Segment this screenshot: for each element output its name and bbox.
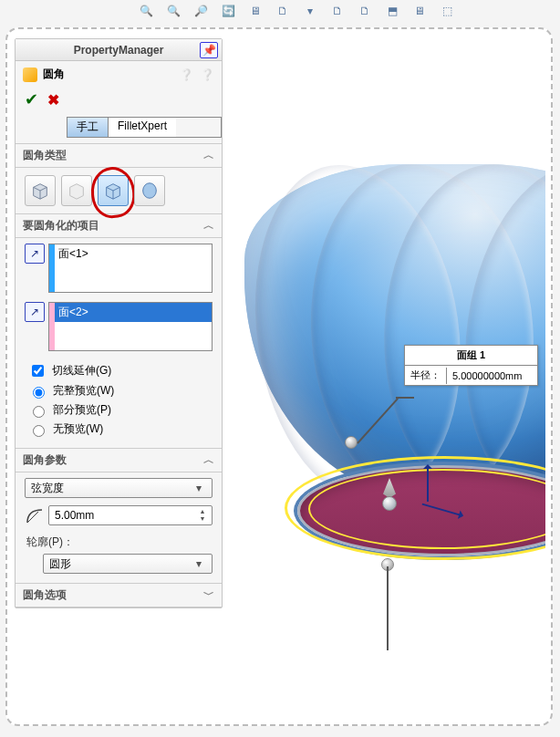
callout-title: 面组 1 [405,346,537,366]
pm-title: PropertyManager [16,44,222,57]
section-items[interactable]: 要圆角化的项目 ︿ [16,213,222,238]
profile-label: 轮廓(P)： [26,535,211,550]
radio-input[interactable] [33,387,45,399]
radio-label: 部分预览(P) [53,402,111,418]
callout-leader [396,397,414,399]
fillet-icon [23,67,37,82]
callout-radius-value[interactable]: 5.00000000mm [446,368,537,384]
drag-handle-icon[interactable] [382,496,397,511]
tab-manual[interactable]: 手工 [67,118,109,137]
expand-icon[interactable]: ﹀ [203,587,214,603]
fillet-type-face[interactable] [98,175,129,206]
tool-icon[interactable]: 🔍 [164,2,182,20]
section-label: 圆角选项 [23,587,67,603]
tool-icon[interactable]: ⬒ [383,2,401,20]
collapse-icon[interactable]: ︿ [203,218,214,234]
tool-icon[interactable]: 🔎 [192,2,210,20]
section-label: 圆角类型 [23,148,67,163]
spinner[interactable]: ▲▼ [195,508,210,523]
callout-radius-label: 半径： [405,366,446,385]
tool-icon[interactable]: 🖥 [410,2,429,20]
no-preview-radio[interactable]: 无预览(W) [25,420,213,439]
help-icon[interactable]: ❔ [180,68,193,81]
list-item[interactable]: 面<2> [49,303,212,322]
profile-dropdown[interactable]: 圆形 ▾ [43,554,213,574]
origin-triad [427,502,429,503]
fillet-type-constant[interactable] [25,175,56,206]
tool-icon[interactable]: ▾ [301,2,319,20]
fillet-type-row [16,168,222,213]
collapse-icon[interactable]: ︿ [203,452,214,468]
tool-icon[interactable]: ⬚ [438,2,456,20]
radio-input[interactable] [33,425,45,437]
section-label: 圆角参数 [23,452,67,468]
cancel-button[interactable]: ✖ [47,91,59,109]
radio-label: 无预览(W) [53,421,103,437]
input-value: 5.00mm [55,509,94,522]
section-options[interactable]: 圆角选项 ﹀ [16,583,222,607]
radius-input[interactable]: 5.00mm ▲▼ [48,505,213,525]
svg-point-0 [143,183,157,199]
callout-face-group-1[interactable]: 面组 1 半径： 5.00000000mm [404,345,538,386]
window-frame: PropertyManager 📌 圆角 ❔ ❔ ✔ ✖ 手工 FilletXp… [5,27,553,726]
property-manager-panel: PropertyManager 📌 圆角 ❔ ❔ ✔ ✖ 手工 FilletXp… [15,38,223,608]
top-toolbar: 🔍 🔍 🔎 🔄 🖥 🗋 ▾ 🗋 🗋 ⬒ 🖥 ⬚ [0,2,560,27]
dropdown-value: 弦宽度 [31,481,64,496]
section-label: 要圆角化的项目 [23,218,99,234]
callout-leader [387,566,389,650]
radio-input[interactable] [33,406,45,418]
svg-line-1 [27,512,38,523]
dropdown-value: 圆形 [49,556,71,572]
mode-tabs: 手工 FilletXpert [67,117,222,138]
feature-row: 圆角 ❔ ❔ [16,61,222,88]
tool-icon[interactable]: 🗋 [274,2,292,20]
section-params[interactable]: 圆角参数 ︿ [16,448,222,472]
section-fillet-type[interactable]: 圆角类型 ︿ [16,143,222,168]
chevron-down-icon: ▾ [192,557,206,570]
tool-icon[interactable]: 🖥 [246,2,264,20]
popout-icon[interactable]: ↗ [25,244,45,264]
fillet-type-full[interactable] [134,175,165,206]
help-icon[interactable]: ❔ [201,68,214,81]
tool-icon[interactable]: 🗋 [328,2,347,20]
checkbox-input[interactable] [32,365,44,377]
partial-preview-radio[interactable]: 部分预览(P) [25,400,213,420]
fillet-type-variable[interactable] [61,175,92,206]
pm-header: PropertyManager 📌 [16,39,222,61]
face-set-1-list[interactable]: 面<1> [48,244,213,293]
pin-icon[interactable]: 📌 [200,42,218,58]
list-item[interactable]: 面<1> [49,244,212,264]
ok-button[interactable]: ✔ [25,89,38,109]
model-body[interactable] [244,164,545,502]
tab-filletxpert[interactable]: FilletXpert [109,118,176,137]
tool-icon[interactable]: 🔄 [219,2,237,20]
checkbox-label: 切线延伸(G) [52,363,111,379]
tool-icon[interactable]: 🔍 [137,2,155,20]
feature-name: 圆角 [43,67,65,82]
full-preview-radio[interactable]: 完整预览(W) [25,381,213,400]
ok-cancel-row: ✔ ✖ [16,88,222,117]
chevron-down-icon: ▾ [192,482,206,494]
graphics-viewport[interactable]: 面组 1 半径： 5.00000000mm 面组 2 [226,38,545,719]
tool-icon[interactable]: 🗋 [356,2,374,20]
radius-icon [25,505,45,525]
collapse-icon[interactable]: ︿ [203,148,214,163]
popout-icon[interactable]: ↗ [25,302,45,322]
face-set-2-list[interactable]: 面<2> [48,302,213,351]
radio-label: 完整预览(W) [53,383,114,399]
method-dropdown[interactable]: 弦宽度 ▾ [25,478,213,498]
model [244,164,545,657]
tangent-propagation-checkbox[interactable]: 切线延伸(G) [25,360,213,381]
